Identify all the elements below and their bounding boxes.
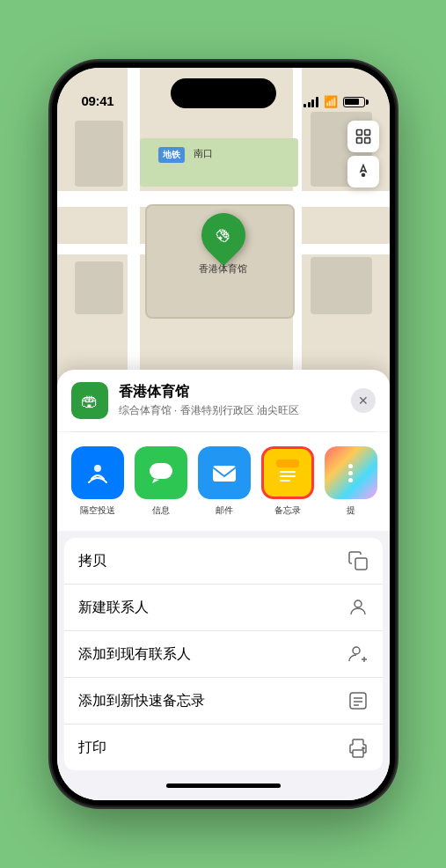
venue-subtitle: 综合体育馆 · 香港特别行政区 油尖旺区 [119, 403, 351, 418]
svg-rect-13 [355, 558, 367, 570]
metro-label: 地铁 [158, 147, 185, 163]
map-block [75, 121, 123, 187]
svg-point-15 [353, 647, 360, 654]
notes-icon-wrap [261, 446, 314, 499]
share-item-more[interactable]: 提 [325, 446, 377, 517]
airdrop-label: 隔空投送 [80, 504, 115, 517]
venue-name: 香港体育馆 [119, 383, 351, 401]
airdrop-icon-wrap [71, 446, 124, 499]
svg-rect-7 [213, 466, 236, 482]
copy-icon [347, 550, 369, 571]
home-indicator [57, 770, 390, 800]
svg-rect-9 [276, 460, 299, 467]
map-pin: 🏟 香港体育馆 [201, 213, 245, 261]
more-icon-wrap [325, 446, 377, 499]
venue-icon: 🏟 [71, 382, 108, 419]
pin-label: 香港体育馆 [199, 262, 247, 276]
print-icon [347, 737, 369, 758]
messages-label: 信息 [152, 504, 170, 517]
more-label: 提 [347, 504, 355, 517]
share-item-messages[interactable]: 信息 [135, 446, 187, 517]
svg-point-21 [362, 747, 364, 749]
bottom-sheet: 🏟 香港体育馆 综合体育馆 · 香港特别行政区 油尖旺区 ✕ [57, 370, 390, 800]
messages-icon-wrap [135, 446, 187, 499]
add-existing-label: 添加到现有联系人 [78, 645, 191, 664]
copy-label: 拷贝 [78, 552, 106, 570]
map-block [311, 257, 372, 314]
layers-button[interactable] [347, 121, 379, 152]
print-label: 打印 [78, 739, 106, 757]
share-item-airdrop[interactable]: 隔空投送 [71, 446, 124, 517]
mail-label: 邮件 [216, 504, 233, 517]
status-time: 09:41 [82, 93, 114, 108]
svg-point-5 [94, 465, 101, 472]
location-button[interactable] [347, 156, 379, 188]
svg-rect-0 [356, 130, 362, 136]
share-item-mail[interactable]: 邮件 [198, 446, 251, 517]
svg-rect-3 [364, 138, 369, 143]
close-button[interactable]: ✕ [351, 388, 376, 413]
svg-rect-2 [356, 138, 362, 143]
phone-screen: 09:41 📶 [57, 68, 390, 800]
svg-point-4 [361, 173, 365, 178]
new-contact-label: 新建联系人 [78, 599, 149, 617]
battery-icon [343, 97, 365, 107]
dynamic-island [171, 78, 276, 108]
add-notes-label: 添加到新快速备忘录 [78, 692, 205, 710]
wifi-icon: 📶 [324, 95, 338, 108]
action-row-print[interactable]: 打印 [64, 724, 383, 770]
new-contact-icon [347, 597, 369, 618]
svg-rect-6 [150, 463, 172, 479]
status-icons: 📶 [303, 95, 365, 108]
svg-rect-1 [364, 130, 369, 136]
signal-icon [303, 97, 318, 107]
action-row-copy[interactable]: 拷贝 [64, 538, 383, 584]
venue-info: 香港体育馆 综合体育馆 · 香港特别行政区 油尖旺区 [119, 383, 351, 418]
home-bar [166, 783, 281, 788]
action-row-add-notes[interactable]: 添加到新快速备忘录 [64, 677, 383, 724]
add-existing-icon [347, 644, 369, 665]
share-row: 隔空投送 信息 [57, 432, 390, 531]
pin-marker: 🏟 [192, 204, 254, 267]
add-notes-icon [347, 690, 369, 711]
svg-point-14 [355, 600, 362, 607]
notes-label: 备忘录 [274, 504, 301, 517]
action-section: 拷贝 新建联系人 添加到现有联系人 [64, 538, 383, 770]
action-row-new-contact[interactable]: 新建联系人 [64, 584, 383, 630]
map-block [75, 261, 123, 314]
station-label: 南口 [194, 147, 213, 160]
phone-frame: 09:41 📶 [52, 63, 395, 805]
mail-icon-wrap [198, 446, 251, 499]
action-row-add-existing[interactable]: 添加到现有联系人 [64, 630, 383, 677]
svg-rect-16 [350, 693, 366, 709]
svg-rect-20 [353, 750, 363, 757]
venue-card: 🏟 香港体育馆 综合体育馆 · 香港特别行政区 油尖旺区 ✕ [57, 370, 390, 431]
share-item-notes[interactable]: 备忘录 [261, 446, 314, 517]
